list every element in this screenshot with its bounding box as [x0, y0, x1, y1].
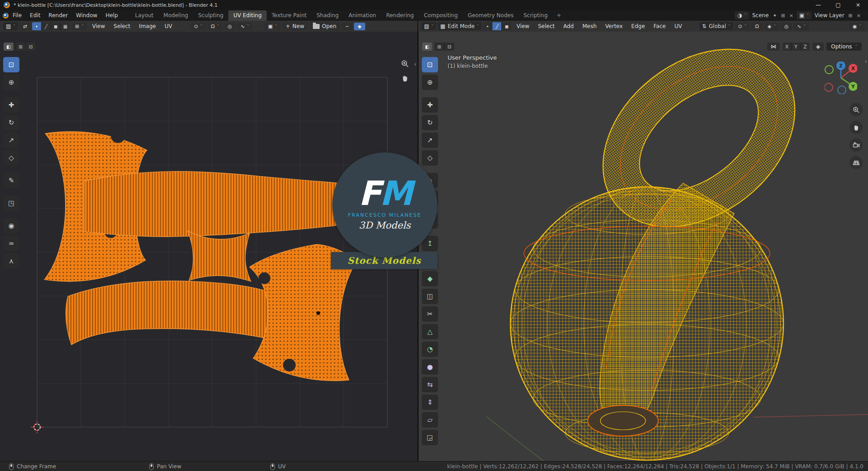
uv-tool-select-box[interactable]: ⊡: [3, 57, 19, 72]
tab-sculpting[interactable]: Sculpting: [193, 10, 228, 21]
scene-name[interactable]: Scene: [751, 12, 770, 19]
uv-select-mode-subtract-button[interactable]: ⊟: [26, 43, 36, 51]
uv-snap-selector[interactable]: Ω ˅: [208, 23, 223, 30]
uv-tool-rip-region[interactable]: ◳: [3, 195, 19, 211]
uv-menu-uv[interactable]: UV: [161, 22, 176, 30]
vp-tool-cursor[interactable]: ⊕: [422, 75, 438, 90]
menu-window[interactable]: Window: [72, 11, 101, 20]
tab-uv-editing[interactable]: UV Editing: [228, 10, 267, 21]
vp-select-mode-set-button[interactable]: ◧: [422, 43, 432, 51]
vp-tool-move[interactable]: ✚: [422, 97, 438, 113]
uv-select-vertex-button[interactable]: •: [32, 22, 42, 30]
visibility-selector[interactable]: ◉ ˅: [849, 23, 865, 30]
vp-menu-mesh[interactable]: Mesh: [579, 22, 600, 30]
blender-menu-icon[interactable]: [3, 13, 9, 19]
zoom-icon[interactable]: [401, 60, 409, 68]
view-axis-gizmo[interactable]: Z X Y: [825, 62, 857, 94]
vp-tool-smooth[interactable]: ●: [422, 359, 438, 375]
vp-menu-edge[interactable]: Edge: [627, 22, 648, 30]
new-view-layer-icon[interactable]: ⊞: [848, 13, 854, 19]
mirror-icon[interactable]: ⋈: [767, 43, 780, 51]
snap-settings-selector[interactable]: ◈ ˅: [764, 23, 779, 30]
tab-animation[interactable]: Animation: [344, 10, 381, 21]
zoom-button[interactable]: [849, 103, 863, 116]
view-layer-name[interactable]: View Layer: [814, 12, 845, 19]
image-pin-toggle[interactable]: ◈: [354, 23, 365, 30]
vp-select-mode-subtract-button[interactable]: ⊟: [444, 43, 454, 51]
uv-sidebar-toggle-icon[interactable]: ‹: [414, 61, 416, 67]
menu-render[interactable]: Render: [44, 11, 72, 20]
vp-tool-select-box[interactable]: ⊡: [422, 57, 438, 72]
tab-scripting[interactable]: Scripting: [519, 10, 552, 21]
pan-hand-icon[interactable]: [401, 74, 409, 82]
vp-tool-knife[interactable]: ✂: [422, 306, 438, 322]
tab-layout[interactable]: Layout: [130, 10, 159, 21]
vp-menu-view[interactable]: View: [513, 22, 533, 30]
vp-menu-add[interactable]: Add: [560, 22, 577, 30]
uv-tool-transform[interactable]: ◇: [3, 150, 19, 166]
vp-menu-vertex[interactable]: Vertex: [602, 22, 627, 30]
snap-toggle[interactable]: Ω: [751, 23, 762, 30]
face-select-button[interactable]: ◼: [502, 22, 511, 30]
vp-tool-spin[interactable]: ◔: [422, 342, 438, 357]
mirror-z-toggle[interactable]: Z: [801, 43, 810, 51]
tab-compositing[interactable]: Compositing: [419, 10, 462, 21]
maximize-button[interactable]: ▢: [828, 0, 848, 10]
options-dropdown[interactable]: Options ˅: [826, 43, 862, 51]
open-image-button[interactable]: Open: [309, 22, 340, 30]
pivot-point-selector[interactable]: ⊙ ˅: [735, 23, 750, 30]
vp-tool-shrink-fatten[interactable]: ⇕: [422, 395, 438, 410]
tab-modeling[interactable]: Modeling: [159, 10, 193, 21]
viewport-area[interactable]: User Perspective (1) klein-bottle ◧ ⊞ ⊟ …: [419, 32, 868, 461]
minimize-button[interactable]: —: [808, 0, 828, 10]
falloff-selector[interactable]: ∿ ˅: [793, 23, 809, 30]
viewport-editor-type-selector[interactable]: ▧ ˅: [421, 22, 436, 30]
uv-menu-select[interactable]: Select: [110, 22, 134, 30]
snap-projection-icon[interactable]: ◈: [812, 43, 824, 51]
edge-select-button[interactable]: ╱: [492, 22, 502, 30]
uv-select-face-button[interactable]: ◼: [51, 22, 61, 30]
tab-geometry-nodes[interactable]: Geometry Nodes: [463, 10, 519, 21]
menu-file[interactable]: File: [9, 11, 26, 20]
uv-pivot-selector[interactable]: ⊙ ˅: [190, 23, 206, 30]
uv-sync-selection-toggle[interactable]: ⇄: [19, 23, 31, 30]
uv-tool-move[interactable]: ✚: [3, 97, 19, 113]
uv-menu-view[interactable]: View: [89, 22, 108, 30]
mirror-y-toggle[interactable]: Y: [792, 43, 801, 51]
vp-menu-select[interactable]: Select: [534, 22, 558, 30]
vp-tool-loop-cut[interactable]: ◫: [422, 289, 438, 304]
new-image-button[interactable]: + New: [282, 22, 308, 30]
vp-tool-rotate[interactable]: ↻: [422, 115, 438, 130]
vp-tool-shear[interactable]: ▱: [422, 412, 438, 428]
uv-menu-image[interactable]: Image: [135, 22, 160, 30]
pan-button[interactable]: [849, 121, 863, 134]
tab-shading[interactable]: Shading: [311, 10, 344, 21]
close-button[interactable]: ×: [848, 0, 868, 10]
uv-select-mode-extend-button[interactable]: ⊞: [16, 43, 26, 51]
uv-tool-annotate[interactable]: ✎: [3, 173, 19, 188]
uv-tool-pinch[interactable]: ⋏: [3, 253, 19, 269]
uv-falloff-selector[interactable]: ∿ ˅: [237, 23, 253, 30]
image-link-icon[interactable]: ∽: [341, 23, 353, 30]
vp-tool-rip-region[interactable]: ◲: [422, 430, 438, 445]
tab-texture-paint[interactable]: Texture Paint: [267, 10, 311, 21]
remove-view-layer-icon[interactable]: ×: [856, 13, 862, 19]
vp-menu-uv[interactable]: UV: [671, 22, 686, 30]
uv-proportional-editing-toggle[interactable]: ◎: [224, 23, 236, 30]
vp-tool-edge-slide[interactable]: ⇆: [422, 377, 438, 392]
menu-edit[interactable]: Edit: [26, 11, 44, 20]
view-layer-selector[interactable]: ▣ ˅: [797, 11, 811, 19]
uv-editor-type-selector[interactable]: ▧ ˅: [3, 22, 18, 30]
vp-menu-face[interactable]: Face: [650, 22, 670, 30]
mode-selector[interactable]: ▦ Edit Mode ˅: [438, 22, 482, 30]
uv-tool-cursor-2d[interactable]: ⊕: [3, 75, 19, 90]
perspective-toggle-button[interactable]: [849, 156, 863, 169]
uv-tool-scale[interactable]: ↗: [3, 133, 19, 148]
proportional-editing-toggle[interactable]: ◎: [781, 23, 793, 30]
image-browse-selector[interactable]: ▣ ˅: [264, 23, 281, 30]
mirror-x-toggle[interactable]: X: [783, 43, 792, 51]
camera-view-button[interactable]: [849, 138, 863, 152]
pin-scene-icon[interactable]: ✦: [772, 13, 778, 19]
uv-sticky-selection-selector[interactable]: ⊞ ˅: [71, 23, 87, 30]
new-scene-icon[interactable]: ⊞: [780, 13, 786, 19]
